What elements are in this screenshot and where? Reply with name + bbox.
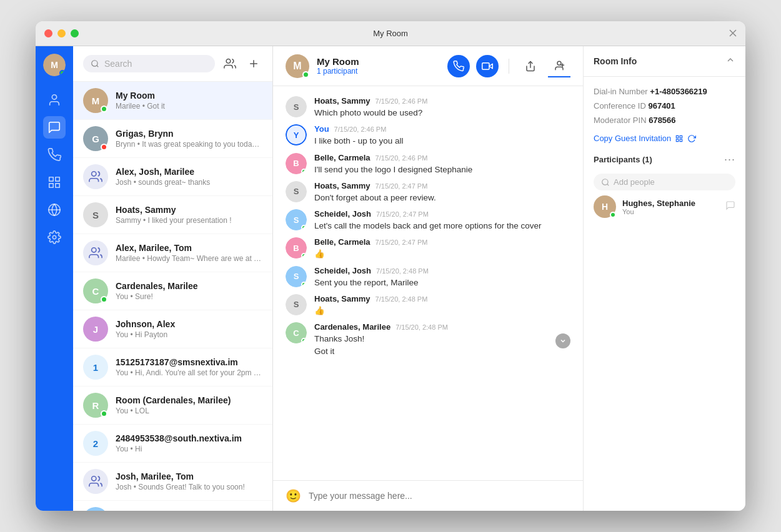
- sidebar-item-globe[interactable]: [43, 199, 66, 221]
- chat-header: M My Room 1 participant: [273, 46, 583, 86]
- participant-message-icon[interactable]: [725, 200, 735, 213]
- list-item[interactable]: 1 15125173187@smsnextiva.im You • Hi, An…: [73, 348, 272, 387]
- video-call-button[interactable]: [476, 55, 499, 77]
- maximize-button[interactable]: [71, 29, 79, 37]
- sidebar-item-messages[interactable]: [43, 116, 66, 139]
- emoji-button[interactable]: 🙂: [286, 488, 301, 503]
- msg-text: Thanks Josh!Got it: [314, 333, 548, 358]
- conv-avatar: S: [83, 507, 108, 511]
- msg-avatar: S: [286, 266, 307, 287]
- chat-messages: S Hoats, Sammy 7/15/20, 2:46 PM Which ph…: [273, 86, 583, 480]
- message-row: C Cardenales, Marilee 7/15/20, 2:48 PM T…: [286, 322, 570, 358]
- msg-avatar: S: [286, 96, 307, 117]
- msg-content: Belle, Carmela 7/15/20, 2:47 PM 👍: [314, 237, 570, 260]
- participants-section: Participants (1) ··· H Hughes, Ste: [594, 153, 735, 223]
- msg-avatar: Y: [286, 124, 307, 145]
- msg-text: Let's call the models back and get more …: [314, 220, 570, 232]
- svg-point-16: [92, 248, 96, 252]
- conv-info: Josh, Marilee, Tom Josh • Sounds Great! …: [116, 471, 262, 491]
- participants-more-button[interactable]: ···: [724, 153, 735, 166]
- sidebar-item-settings[interactable]: [43, 226, 66, 249]
- list-item[interactable]: R Room (Cardenales, Marilee) You • LOL: [73, 387, 272, 425]
- svg-point-2: [52, 95, 56, 99]
- add-people-input[interactable]: [614, 177, 719, 187]
- share-button[interactable]: [519, 55, 542, 77]
- window-title: My Room: [373, 29, 408, 38]
- compose-icon[interactable]: [245, 55, 262, 72]
- list-item[interactable]: G Grigas, Brynn Brynn • It was great spe…: [73, 120, 272, 158]
- msg-content: Cardenales, Marilee 7/15/20, 2:48 PM Tha…: [314, 322, 548, 358]
- sidebar-nav: M: [36, 46, 73, 511]
- search-box[interactable]: [83, 55, 215, 72]
- header-separator: [509, 59, 509, 74]
- msg-text: 👍: [314, 305, 570, 317]
- copy-guest-label: Copy Guest Invitation: [594, 134, 671, 143]
- list-item[interactable]: Alex, Marilee, Tom Marilee • Howdy Team~…: [73, 234, 272, 272]
- chat-room-avatar: M: [286, 54, 309, 78]
- list-item[interactable]: 2 2484953538@south.nextiva.im You • Hi: [73, 425, 272, 463]
- status-dot: [101, 106, 107, 112]
- msg-text: Sent you the report, Marilee: [314, 277, 570, 289]
- list-item[interactable]: C Cardenales, Marilee You • Sure!: [73, 272, 272, 310]
- collapse-button[interactable]: [725, 55, 735, 67]
- conv-avatar: 2: [83, 431, 108, 456]
- msg-sender: Belle, Carmela: [314, 153, 371, 162]
- conv-preview: Josh • Sounds Great! Talk to you soon!: [116, 483, 262, 491]
- message-more-button[interactable]: [555, 333, 570, 348]
- msg-time: 7/15/20, 2:47 PM: [376, 210, 429, 218]
- conv-preview: You • Hi, Andi. You're all set for your …: [116, 368, 262, 377]
- dial-in-row: Dial-in Number +1-4805366219: [594, 87, 735, 96]
- list-item[interactable]: J Johnson, Alex You • Hi Payton: [73, 310, 272, 348]
- contacts-icon[interactable]: [221, 55, 239, 72]
- conv-avatar: G: [83, 126, 108, 151]
- conv-name: My Room: [116, 91, 262, 101]
- add-people-search[interactable]: [594, 174, 735, 190]
- msg-content: Hoats, Sammy 7/15/20, 2:46 PM Which phot…: [314, 96, 570, 119]
- conv-avatar: [83, 469, 108, 494]
- msg-content: Hoats, Sammy 7/15/20, 2:48 PM 👍: [314, 294, 570, 317]
- conference-label: Conference ID: [594, 101, 646, 111]
- conference-row: Conference ID 967401: [594, 101, 735, 111]
- conversations-list: M My Room Marilee • Got it G: [73, 82, 272, 511]
- add-person-button[interactable]: [548, 55, 570, 77]
- conv-avatar: [83, 164, 108, 189]
- sidebar-item-apps[interactable]: [43, 171, 66, 194]
- minimize-button[interactable]: [57, 29, 66, 37]
- conv-preview: Brynn • It was great speaking to you tod…: [116, 140, 262, 149]
- search-input[interactable]: [104, 59, 207, 69]
- msg-header: Scheidel, Josh 7/15/20, 2:47 PM: [314, 209, 570, 219]
- conv-avatar: R: [83, 393, 108, 418]
- msg-avatar: B: [286, 237, 307, 259]
- conv-preview: Josh • sounds great~ thanks: [116, 178, 262, 187]
- list-item[interactable]: S Hoats, Sammy Sammy • I liked your pres…: [73, 196, 272, 234]
- participant-status-dot: [610, 212, 616, 218]
- close-button[interactable]: [44, 29, 52, 37]
- svg-line-11: [97, 66, 99, 67]
- sidebar-item-contacts[interactable]: [43, 89, 66, 111]
- conv-avatar: 1: [83, 355, 108, 380]
- msg-header: Belle, Carmela 7/15/20, 2:47 PM: [314, 237, 570, 247]
- list-item[interactable]: Alex, Josh, Marilee Josh • sounds great~…: [73, 158, 272, 196]
- title-close-icon[interactable]: [729, 28, 737, 39]
- conv-info: Room (Cardenales, Marilee) You • LOL: [116, 395, 262, 415]
- message-row: S Hoats, Sammy 7/15/20, 2:47 PM Don't fo…: [286, 181, 570, 204]
- msg-avatar: S: [286, 181, 307, 202]
- list-item[interactable]: Josh, Marilee, Tom Josh • Sounds Great! …: [73, 463, 272, 501]
- msg-header: Cardenales, Marilee 7/15/20, 2:48 PM: [314, 322, 548, 332]
- conv-name: Alex, Josh, Marilee: [116, 167, 262, 177]
- user-avatar[interactable]: M: [43, 54, 66, 76]
- msg-avatar: B: [286, 153, 307, 174]
- status-dot: [101, 144, 107, 150]
- msg-sender: Scheidel, Josh: [314, 266, 371, 275]
- dial-in-value: +1-4805366219: [650, 87, 707, 96]
- list-item[interactable]: M My Room Marilee • Got it: [73, 82, 272, 120]
- sidebar-item-calls[interactable]: [43, 144, 66, 166]
- message-row: B Belle, Carmela 7/15/20, 2:46 PM I'll s…: [286, 153, 570, 176]
- svg-point-10: [92, 61, 97, 66]
- message-input[interactable]: [309, 491, 570, 501]
- list-item[interactable]: S Scheidel, Josh You • Hi Blake!: [73, 501, 272, 511]
- conv-preview: You • Hi: [116, 445, 262, 453]
- msg-sender: Hoats, Sammy: [314, 181, 371, 190]
- audio-call-button[interactable]: [447, 55, 470, 77]
- copy-guest-invitation-link[interactable]: Copy Guest Invitation: [594, 134, 735, 143]
